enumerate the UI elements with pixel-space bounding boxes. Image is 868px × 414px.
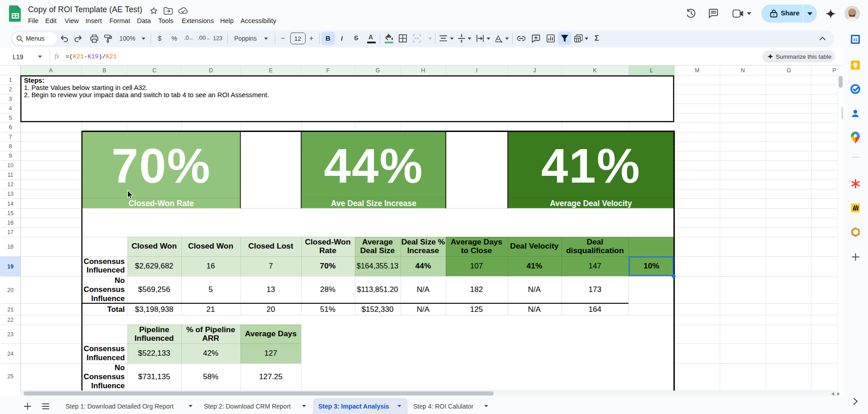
svg-text:164: 164: [589, 305, 601, 314]
svg-text:41%: 41%: [527, 261, 542, 270]
svg-text:M: M: [695, 67, 699, 74]
svg-text:7: 7: [9, 134, 12, 140]
svg-text:9: 9: [9, 153, 12, 159]
svg-text:5: 5: [208, 285, 212, 294]
svg-text:147: 147: [589, 262, 601, 270]
svg-text:$113,851.20: $113,851.20: [357, 285, 398, 294]
svg-text:28%: 28%: [320, 285, 335, 294]
svg-text:41%: 41%: [541, 139, 641, 193]
svg-text:18: 18: [7, 244, 14, 250]
svg-text:G: G: [376, 67, 380, 74]
svg-text:N/A: N/A: [417, 305, 430, 314]
svg-text:Influenced: Influenced: [87, 266, 125, 274]
svg-text:C: C: [152, 67, 156, 74]
svg-text:51%: 51%: [320, 305, 335, 314]
svg-text:Steps:: Steps:: [24, 77, 44, 84]
svg-text:ARR: ARR: [202, 334, 219, 343]
svg-text:N: N: [741, 67, 745, 74]
svg-text:4: 4: [9, 105, 12, 112]
svg-text:Influence: Influence: [91, 294, 125, 303]
svg-text:20: 20: [7, 287, 14, 293]
svg-text:Consensus: Consensus: [84, 285, 125, 294]
svg-text:Increase: Increase: [407, 246, 439, 255]
svg-text:Closed-Won Rate: Closed-Won Rate: [128, 199, 194, 208]
svg-text:Closed Won: Closed Won: [188, 241, 233, 250]
svg-text:Average Days: Average Days: [245, 329, 297, 338]
svg-text:44%: 44%: [415, 261, 431, 270]
svg-text:17: 17: [7, 229, 14, 235]
svg-text:B: B: [103, 67, 106, 74]
svg-text:Average Days: Average Days: [451, 237, 502, 246]
svg-text:21: 21: [207, 305, 215, 314]
svg-text:Ave Deal Size Increase: Ave Deal Size Increase: [331, 199, 416, 208]
svg-text:Closed-Won: Closed-Won: [305, 237, 350, 246]
svg-text:O: O: [787, 67, 791, 74]
svg-text:107: 107: [470, 262, 483, 270]
svg-text:25: 25: [7, 373, 14, 380]
svg-text:Rate: Rate: [319, 246, 336, 255]
svg-text:K: K: [593, 67, 597, 74]
svg-text:173: 173: [589, 285, 601, 294]
svg-text:disqualification: disqualification: [566, 246, 624, 255]
svg-text:7: 7: [269, 262, 273, 270]
svg-text:23: 23: [7, 331, 14, 338]
svg-text:Closed Lost: Closed Lost: [248, 241, 293, 250]
svg-text:$152,330: $152,330: [362, 305, 394, 314]
svg-text:127.25: 127.25: [259, 372, 283, 381]
svg-text:15: 15: [7, 210, 14, 216]
svg-text:A: A: [49, 67, 53, 74]
svg-text:10: 10: [7, 162, 14, 169]
svg-text:58%: 58%: [203, 372, 218, 381]
svg-text:1. Paste Values below starting: 1. Paste Values below starting in cell A…: [24, 84, 148, 91]
svg-text:44%: 44%: [324, 139, 423, 193]
svg-text:2: 2: [9, 86, 12, 93]
svg-text:70%: 70%: [111, 139, 211, 193]
svg-text:$3,198,938: $3,198,938: [135, 305, 173, 314]
svg-text:Deal: Deal: [587, 237, 604, 246]
svg-text:% of Pipeline: % of Pipeline: [186, 325, 236, 334]
svg-text:N/A: N/A: [528, 305, 541, 314]
svg-text:19: 19: [7, 263, 14, 270]
svg-text:5: 5: [9, 115, 12, 121]
svg-text:Consensus: Consensus: [84, 372, 125, 381]
svg-text:$164,355.13: $164,355.13: [357, 262, 398, 270]
svg-text:E: E: [269, 67, 273, 74]
svg-text:3: 3: [9, 96, 12, 102]
svg-text:70%: 70%: [320, 261, 336, 270]
svg-text:22: 22: [7, 317, 14, 323]
svg-text:31: 31: [853, 37, 858, 42]
svg-text:Deal Velocity: Deal Velocity: [510, 241, 559, 250]
svg-text:No: No: [114, 363, 125, 372]
svg-text:8: 8: [9, 143, 12, 150]
svg-text:H: H: [421, 67, 425, 74]
svg-text:$2,629,682: $2,629,682: [135, 262, 173, 270]
svg-text:Total: Total: [107, 305, 125, 314]
svg-text:16: 16: [7, 220, 14, 226]
svg-text:Pipeline: Pipeline: [139, 325, 170, 334]
svg-text:2. Begin to review your impact: 2. Begin to review your impact data and …: [24, 91, 269, 99]
svg-text:Influence: Influence: [91, 381, 125, 390]
svg-text:21: 21: [7, 306, 14, 313]
svg-text:13: 13: [267, 285, 275, 294]
svg-text:127: 127: [264, 349, 277, 358]
svg-text:42%: 42%: [203, 349, 218, 358]
svg-text:182: 182: [470, 285, 483, 294]
svg-text:Closed Won: Closed Won: [132, 241, 177, 250]
svg-text:6: 6: [9, 124, 12, 131]
svg-text:11: 11: [8, 172, 14, 178]
svg-text:20: 20: [267, 305, 275, 314]
svg-text:14: 14: [7, 201, 14, 207]
svg-text:12: 12: [7, 181, 14, 188]
svg-text:1: 1: [9, 77, 12, 83]
svg-text:F: F: [326, 67, 330, 74]
svg-text:Influenced: Influenced: [135, 334, 174, 343]
svg-text:16: 16: [207, 262, 215, 270]
svg-text:Deal Size %: Deal Size %: [401, 237, 445, 246]
svg-text:L: L: [650, 67, 653, 74]
svg-text:P: P: [832, 67, 836, 74]
svg-text:J: J: [533, 67, 536, 74]
svg-text:125: 125: [470, 305, 483, 314]
svg-text:Average Deal Velocity: Average Deal Velocity: [550, 199, 632, 208]
svg-text:N/A: N/A: [528, 285, 541, 294]
svg-text:$731,135: $731,135: [138, 372, 170, 381]
